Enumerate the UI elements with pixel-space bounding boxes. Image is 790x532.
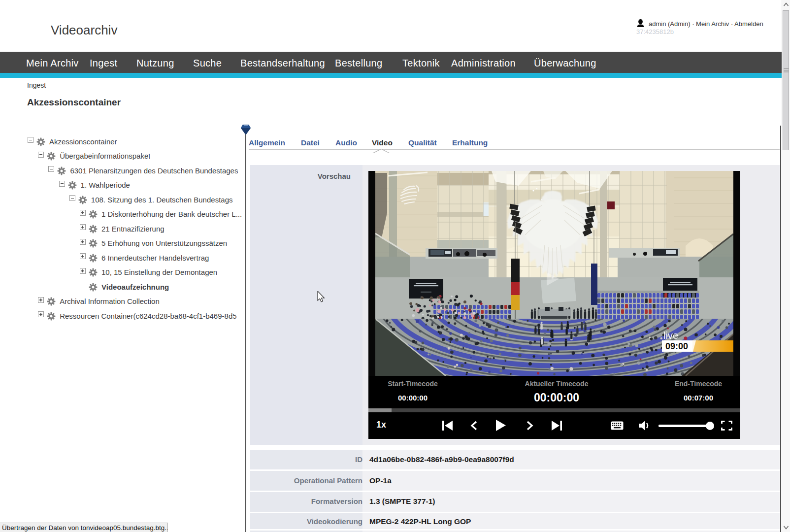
svg-text:live: live	[663, 330, 678, 341]
svg-text:09:00: 09:00	[665, 341, 688, 351]
